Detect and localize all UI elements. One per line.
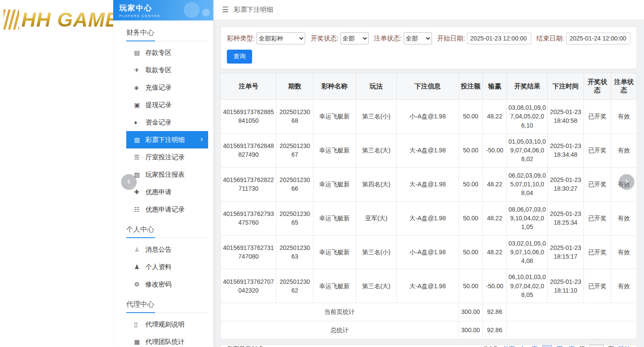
table-cell: 幸运飞艇新	[313, 100, 356, 134]
table-row: 40156917376288584105020250123068幸运飞艇新第三名…	[221, 100, 637, 134]
table-cell: 50.00	[459, 133, 482, 167]
page-title: 彩票下注明细	[234, 6, 273, 14]
sidebar-item-player-bet-report[interactable]: 玩家投注报表	[126, 166, 208, 183]
table-cell: 大-A盘@1.98	[397, 201, 459, 235]
summary-bet-total: 300.00	[459, 303, 482, 321]
sidebar-item-funds-record[interactable]: 资金记录	[126, 114, 208, 131]
sidebar-item-promo-apply-record[interactable]: 优惠申请记录	[126, 201, 208, 218]
table-body: 40156917376288584105020250123068幸运飞艇新第三名…	[221, 100, 637, 303]
pagination-bar: 每页显示20条 共6条 首页 上一页 1 下一页 第 页 跳转	[220, 344, 637, 347]
sidebar-item-cashout-record[interactable]: 提现记录	[126, 96, 208, 114]
sidebar-item-label: 个人资料	[145, 263, 172, 271]
sidebar-item-change-password[interactable]: 修改密码	[126, 276, 208, 293]
menu-toggle-icon[interactable]	[222, 5, 229, 14]
draw-status-select[interactable]: 全部	[341, 32, 369, 44]
sidebar-item-agent-rules[interactable]: 代理规则说明	[126, 316, 208, 333]
search-button[interactable]: 查询	[227, 50, 252, 64]
prev-page-link[interactable]: 上一页	[519, 345, 538, 347]
first-page-link[interactable]: 首页	[503, 345, 515, 347]
column-header-lottery-name: 彩种名称	[313, 73, 356, 100]
sidebar-item-label: 优惠申请记录	[145, 206, 185, 214]
table-cell: -50.00	[482, 133, 506, 167]
logo-bars-decoration	[3, 10, 19, 30]
header-row: 注单号 期数 彩种名称 玩法 下注信息 投注额 输赢 开奖结果 下注时间 开奖状…	[221, 73, 637, 100]
table-cell: 有效	[611, 133, 637, 167]
sidebar-item-label: 玩家投注报表	[145, 171, 185, 179]
lottery-bet-detail-icon	[134, 136, 145, 143]
sidebar-item-label: 消息公告	[145, 246, 172, 254]
sidebar-item-deposit[interactable]: 存款专区	[126, 44, 208, 61]
header-decoration-circle	[184, 2, 199, 18]
sidebar-item-lottery-bet-detail[interactable]: 彩票下注明细	[126, 131, 208, 148]
carousel-next-button[interactable]	[619, 174, 634, 190]
table-cell: 已开奖	[583, 235, 611, 269]
sidebar-item-label: 资金记录	[145, 118, 172, 127]
table-cell: 大-A盘@1.98	[397, 167, 459, 201]
table-cell: 50.00	[459, 100, 482, 134]
start-date-input[interactable]	[467, 33, 531, 44]
sidebar-item-profile[interactable]: 个人资料	[126, 258, 208, 276]
table-cell: 幸运飞艇新	[313, 167, 356, 201]
table-cell: 2025-01-23 18:40:58	[548, 100, 583, 134]
sidebar-item-messages[interactable]: 消息公告	[126, 241, 208, 258]
column-header-winloss: 输赢	[482, 73, 506, 100]
topbar: 彩票下注明细	[213, 0, 644, 20]
order-status-select[interactable]: 全部	[404, 32, 432, 44]
jump-button[interactable]: 跳转	[618, 345, 631, 347]
end-date-input[interactable]	[566, 33, 631, 44]
sidebar-item-label: 取款专区	[145, 66, 172, 74]
cashout-record-icon	[134, 101, 145, 108]
page-jump-input[interactable]	[590, 345, 604, 347]
sidebar: 玩家中心 PLAYERS CENTER 财务中心 存款专区 取款专区 充值记录 …	[113, 0, 213, 347]
sidebar-header: 玩家中心 PLAYERS CENTER	[113, 0, 213, 20]
main-content: 彩票下注明细 彩种类型: 全部彩种 开奖状态: 全部 注单状态: 全部 开始日期…	[213, 0, 644, 347]
table-cell: 幸运飞艇新	[313, 201, 356, 235]
sidebar-item-label: 彩票下注明细	[145, 136, 185, 144]
section-title-finance: 财务中心	[126, 21, 208, 41]
logo-panel: HH GAME	[0, 0, 113, 347]
lottery-type-label: 彩种类型:	[227, 34, 255, 43]
table-cell: 已开奖	[583, 167, 611, 201]
summary-label: 当前页统计	[221, 303, 459, 321]
table-cell: 有效	[611, 235, 637, 269]
start-date-label: 开始日期:	[437, 34, 465, 43]
table-summary: 当前页统计 300.00 92.86 总统计 300.00 92.86	[221, 303, 637, 339]
pager: 共6条 首页 上一页 1 下一页 第 页 跳转	[483, 345, 631, 347]
sidebar-item-label: 修改密码	[145, 280, 172, 289]
sidebar-item-hall-bet-record[interactable]: 厅室投注记录	[126, 148, 208, 166]
table-cell: 已开奖	[583, 100, 611, 134]
draw-status-label: 开奖状态:	[310, 34, 338, 43]
table-cell: 50.00	[459, 167, 482, 201]
lottery-type-select[interactable]: 全部彩种	[256, 32, 305, 44]
header-decoration-circle	[202, 9, 210, 17]
jump-prefix-text: 第	[579, 345, 585, 347]
column-header-play-type: 玩法	[356, 73, 396, 100]
bet-table: 注单号 期数 彩种名称 玩法 下注信息 投注额 输赢 开奖结果 下注时间 开奖状…	[220, 73, 637, 339]
table-row: 40156917376284882749020250123067幸运飞艇新第三名…	[221, 133, 637, 167]
table-cell: 第四名(大)	[356, 167, 396, 201]
next-page-link[interactable]: 下一页	[556, 345, 575, 347]
table-cell: 401569173762822711730	[221, 167, 276, 201]
table-cell: 小-A盘@1.98	[397, 235, 459, 269]
profile-icon	[134, 263, 145, 270]
table-cell: 48.22	[482, 100, 506, 134]
carousel-prev-button[interactable]	[121, 174, 137, 190]
sidebar-item-withdraw[interactable]: 取款专区	[126, 61, 208, 79]
message-icon	[134, 246, 145, 253]
table-cell: 48.22	[482, 201, 506, 235]
sidebar-item-recharge-record[interactable]: 充值记录	[126, 79, 208, 96]
column-header-bet-time: 下注时间	[548, 73, 583, 100]
sidebar-item-agent-team-stats[interactable]: 代理团队统计	[126, 333, 208, 347]
withdraw-icon	[134, 67, 145, 74]
table-cell: 48.22	[482, 167, 506, 201]
table-header: 注单号 期数 彩种名称 玩法 下注信息 投注额 输赢 开奖结果 下注时间 开奖状…	[221, 73, 637, 100]
logo: HH GAME	[3, 8, 113, 31]
table-cell: 01,05,03,10,09,07,04,06,08,02	[507, 133, 548, 167]
logo-text: HH GAME	[21, 8, 113, 31]
table-cell: -50.00	[482, 269, 506, 303]
table-cell: 已开奖	[583, 269, 611, 303]
table-cell: 大-A盘@1.98	[397, 269, 459, 303]
sidebar-item-promo-apply[interactable]: 优惠申请	[126, 183, 208, 201]
column-header-issue: 期数	[276, 73, 313, 100]
column-header-bet-info: 下注信息	[397, 73, 459, 100]
